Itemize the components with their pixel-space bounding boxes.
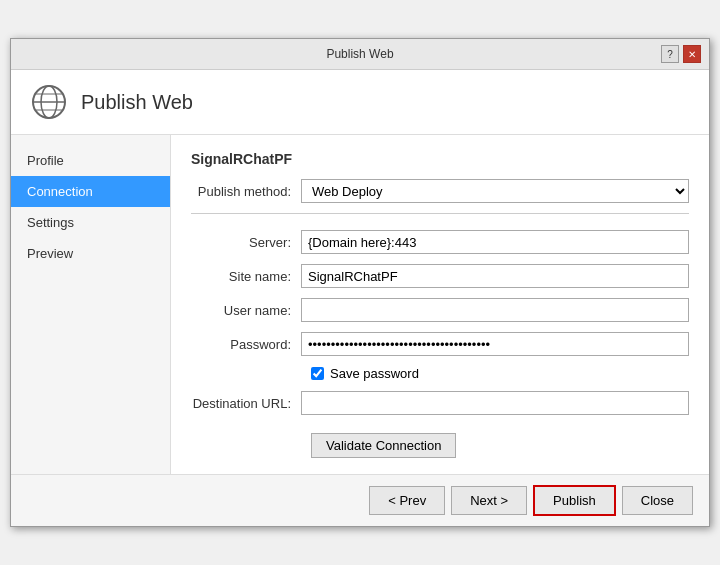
destination-url-row: Destination URL: bbox=[191, 391, 689, 415]
password-field bbox=[301, 332, 689, 356]
site-name-field bbox=[301, 264, 689, 288]
user-name-field bbox=[301, 298, 689, 322]
destination-url-input[interactable] bbox=[301, 391, 689, 415]
divider bbox=[191, 213, 689, 214]
site-name-row: Site name: bbox=[191, 264, 689, 288]
prev-button[interactable]: < Prev bbox=[369, 486, 445, 515]
globe-icon bbox=[31, 84, 67, 120]
server-input[interactable] bbox=[301, 230, 689, 254]
main-panel: SignalRChatPF Publish method: Web Deploy… bbox=[171, 135, 709, 474]
publish-method-field: Web Deploy FTP File System bbox=[301, 179, 689, 203]
footer: < Prev Next > Publish Close bbox=[11, 474, 709, 526]
save-password-label[interactable]: Save password bbox=[330, 366, 419, 381]
destination-url-label: Destination URL: bbox=[191, 396, 301, 411]
save-password-checkbox[interactable] bbox=[311, 367, 324, 380]
password-row: Password: bbox=[191, 332, 689, 356]
header-title: Publish Web bbox=[81, 91, 193, 114]
sidebar-item-settings[interactable]: Settings bbox=[11, 207, 170, 238]
sidebar-item-connection[interactable]: Connection bbox=[11, 176, 170, 207]
title-bar: Publish Web ? ✕ bbox=[11, 39, 709, 70]
sidebar: Profile Connection Settings Preview bbox=[11, 135, 171, 474]
dialog-title: Publish Web bbox=[59, 47, 661, 61]
user-name-input[interactable] bbox=[301, 298, 689, 322]
close-button[interactable]: Close bbox=[622, 486, 693, 515]
server-row: Server: bbox=[191, 230, 689, 254]
user-name-label: User name: bbox=[191, 303, 301, 318]
content-area: Profile Connection Settings Preview Sign… bbox=[11, 135, 709, 474]
publish-method-select[interactable]: Web Deploy FTP File System bbox=[301, 179, 689, 203]
destination-url-field bbox=[301, 391, 689, 415]
user-name-row: User name: bbox=[191, 298, 689, 322]
next-button[interactable]: Next > bbox=[451, 486, 527, 515]
header: Publish Web bbox=[11, 70, 709, 135]
sidebar-item-preview[interactable]: Preview bbox=[11, 238, 170, 269]
site-name-label: Site name: bbox=[191, 269, 301, 284]
section-title: SignalRChatPF bbox=[191, 151, 689, 167]
sidebar-item-profile[interactable]: Profile bbox=[11, 145, 170, 176]
validate-connection-button[interactable]: Validate Connection bbox=[311, 433, 456, 458]
title-bar-controls: ? ✕ bbox=[661, 45, 701, 63]
password-label: Password: bbox=[191, 337, 301, 352]
save-password-row: Save password bbox=[311, 366, 689, 381]
close-title-button[interactable]: ✕ bbox=[683, 45, 701, 63]
publish-button[interactable]: Publish bbox=[533, 485, 616, 516]
password-input[interactable] bbox=[301, 332, 689, 356]
publish-method-label: Publish method: bbox=[191, 184, 301, 199]
publish-method-row: Publish method: Web Deploy FTP File Syst… bbox=[191, 179, 689, 203]
publish-web-dialog: Publish Web ? ✕ Publish Web Profile Conn… bbox=[10, 38, 710, 527]
site-name-input[interactable] bbox=[301, 264, 689, 288]
server-label: Server: bbox=[191, 235, 301, 250]
help-button[interactable]: ? bbox=[661, 45, 679, 63]
server-field bbox=[301, 230, 689, 254]
